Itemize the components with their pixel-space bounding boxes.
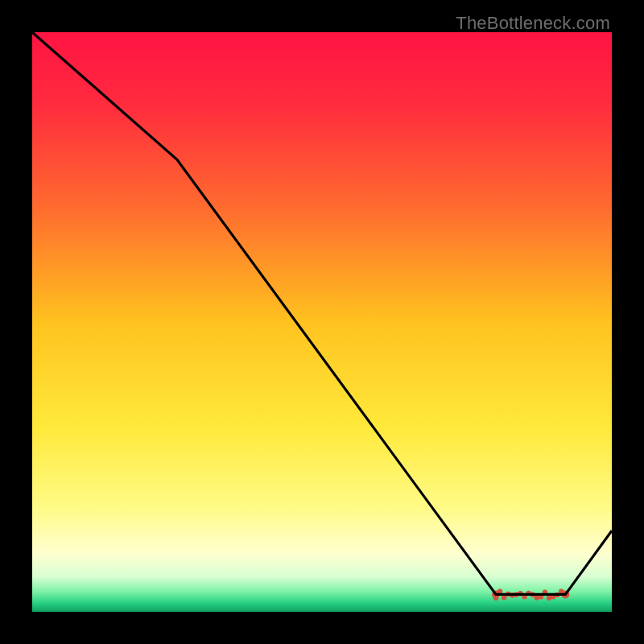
plot-area (32, 32, 612, 612)
chart-frame: TheBottleneck.com (0, 0, 644, 644)
gradient-background (32, 32, 612, 612)
bottleneck-curve-chart (32, 32, 612, 612)
watermark-text: TheBottleneck.com (456, 13, 610, 34)
